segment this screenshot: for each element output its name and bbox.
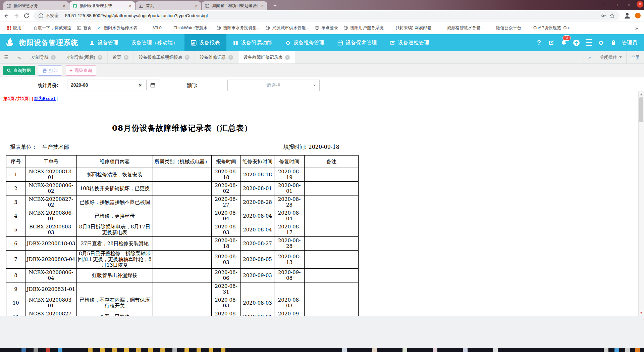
bookmark-item[interactable]: ✓衡阳水务远传水表... (95, 24, 143, 32)
menu-button[interactable] (583, 34, 595, 51)
browser-tab[interactable]: 衡阳设备管理系统× (69, 1, 135, 10)
scroll-up-icon[interactable] (640, 93, 643, 95)
taskbar-icon[interactable] (433, 348, 437, 352)
taskbar-icon[interactable] (88, 348, 93, 352)
reload-icon[interactable] (23, 13, 30, 19)
taskbar-icon[interactable] (112, 348, 117, 352)
key-icon[interactable] (601, 13, 606, 18)
taskbar-icon[interactable] (635, 348, 640, 352)
red-circle-button[interactable]: × (637, 1, 643, 8)
taskbar-icon[interactable] (604, 348, 608, 352)
page-tab[interactable]: 设备报修工单明细报表× (134, 51, 195, 63)
page-tab[interactable]: 功能导航(图标)× (61, 51, 108, 63)
bookmark-item[interactable]: 微信公众平台 (487, 24, 524, 32)
tab-close-icon[interactable]: × (62, 4, 66, 8)
nav-item-设备管理[interactable]: 设备管理 (83, 34, 125, 51)
close-operations-dropdown[interactable]: 关闭操作 (595, 51, 626, 63)
dept-select[interactable]: 请选择 (227, 80, 320, 91)
export-excel-link[interactable]: 存为Excel (34, 96, 56, 101)
query-data-button[interactable]: 查询数据 (3, 66, 35, 75)
nav-item-设备维修管理[interactable]: 设备维修管理 (279, 34, 331, 51)
page-tab-close-icon[interactable]: × (285, 55, 290, 60)
taskbar-icon[interactable] (342, 348, 347, 352)
tabbar-scroll-left-icon[interactable]: « (13, 51, 26, 63)
taskbar-icon[interactable] (160, 348, 165, 352)
forward-icon[interactable] (13, 13, 19, 19)
nav-item-设备报表[interactable]: 设备报表 (184, 34, 226, 51)
fullscreen-button[interactable]: 全屏 (626, 51, 644, 63)
new-tab-button[interactable]: + (271, 2, 279, 9)
add-button[interactable] (570, 34, 583, 51)
taskbar-icon[interactable] (124, 348, 129, 352)
month-calendar-button[interactable] (147, 80, 159, 90)
profile-avatar[interactable] (624, 12, 631, 19)
nav-item-设备管理（移动端）[interactable]: 设备管理（移动端） (125, 34, 184, 51)
bookmark-item[interactable]: 威派格智慧水务管... (438, 24, 486, 32)
page-tab-close-icon[interactable]: × (124, 55, 128, 60)
month-clear-button[interactable]: × (134, 80, 147, 90)
windows-taskbar[interactable] (0, 348, 644, 352)
taskbar-icon[interactable] (58, 348, 62, 352)
advanced-query-button[interactable]: + 高级查询 (65, 65, 96, 76)
minimize-icon[interactable]: ─ (597, 2, 610, 7)
bookmark-item[interactable]: 百度一下，你就知道 (24, 24, 74, 32)
page-tab-close-icon[interactable]: × (228, 55, 233, 60)
month-input[interactable]: 2020-08 (67, 80, 134, 90)
bookmark-item[interactable]: ThinkWater智慧水... (165, 24, 213, 32)
taskbar-icon[interactable] (372, 348, 377, 352)
taskbar-icon[interactable] (221, 348, 225, 352)
bookmark-item[interactable]: 兴源城市供水云服... (263, 24, 311, 32)
page-tab-close-icon[interactable]: × (185, 55, 190, 60)
page-tab[interactable]: 设备故障维修记录表× (238, 51, 295, 63)
tab-close-icon[interactable]: × (260, 4, 264, 8)
star-icon[interactable] (609, 13, 615, 18)
taskbar-icon[interactable] (463, 348, 468, 352)
page-tab-close-icon[interactable]: × (98, 55, 102, 60)
vertical-scrollbar[interactable] (638, 91, 644, 316)
current-user[interactable]: 管理员 (620, 39, 641, 46)
taskbar-icon[interactable] (614, 348, 619, 352)
bookmark-item[interactable]: V3.0 (144, 24, 164, 32)
browser-tab[interactable]: 湖南省工程项目规划建设运营动态× (202, 1, 267, 10)
bookmark-item[interactable]: 应用 (4, 24, 24, 32)
taskbar-icon[interactable] (197, 348, 201, 352)
taskbar-icon[interactable] (46, 348, 50, 352)
bookmark-item[interactable]: 衡阳用户服务系统 (341, 24, 386, 32)
print-button[interactable]: 打印 (38, 65, 62, 76)
taskbar-icon[interactable] (21, 348, 26, 352)
page-tab[interactable]: 首页× (108, 51, 134, 63)
compose-button[interactable] (545, 34, 558, 51)
scrollbar-thumb[interactable] (639, 97, 643, 122)
scroll-down-icon[interactable] (640, 312, 643, 314)
taskbar-icon[interactable] (209, 348, 213, 352)
page-tab[interactable]: 功能导航× (26, 51, 61, 63)
taskbar-icon[interactable] (184, 348, 189, 352)
tabbar-menu-icon[interactable]: ☰ (0, 51, 13, 63)
taskbar-icon[interactable] (493, 348, 498, 352)
taskbar-icon[interactable] (172, 348, 177, 352)
tab-close-icon[interactable]: × (128, 4, 132, 8)
taskbar-icon[interactable] (34, 348, 38, 352)
bookmark-item[interactable]: (1封未读) 网易邮箱... (387, 24, 437, 32)
browser-tab[interactable]: 衡阳智慧水务× (3, 1, 69, 10)
page-tab[interactable]: 设备维修记录× (195, 51, 238, 63)
close-icon[interactable]: × (623, 2, 635, 7)
maximize-icon[interactable]: □ (610, 2, 623, 7)
taskbar-icon[interactable] (136, 348, 141, 352)
nav-item-设备巡检管理[interactable]: 设备巡检管理 (383, 34, 436, 51)
back-icon[interactable] (3, 13, 9, 19)
bookmark-item[interactable]: 首页 (74, 24, 94, 32)
tab-close-icon[interactable]: × (194, 4, 198, 8)
url-field[interactable]: 不安全 59.51.125.88:6002/yhgl/platform/sys/… (34, 11, 620, 20)
help-button[interactable]: ? (533, 34, 545, 51)
bookmarks-overflow-icon[interactable]: » (633, 25, 640, 31)
settings-button[interactable] (595, 34, 607, 51)
nav-item-设备保养管理[interactable]: 设备保养管理 (331, 34, 383, 51)
taskbar-icon[interactable] (148, 348, 153, 352)
bookmark-item[interactable]: 单点登录 (312, 24, 340, 32)
tabbar-scroll-right-icon[interactable]: » (584, 51, 595, 63)
nav-item-设备附属功能[interactable]: 设备附属功能 (226, 34, 279, 51)
notifications-button[interactable]: 51 (558, 34, 570, 51)
bookmark-item[interactable]: CoAP协议规范_Co... (524, 24, 575, 32)
lock-button[interactable] (607, 34, 620, 51)
